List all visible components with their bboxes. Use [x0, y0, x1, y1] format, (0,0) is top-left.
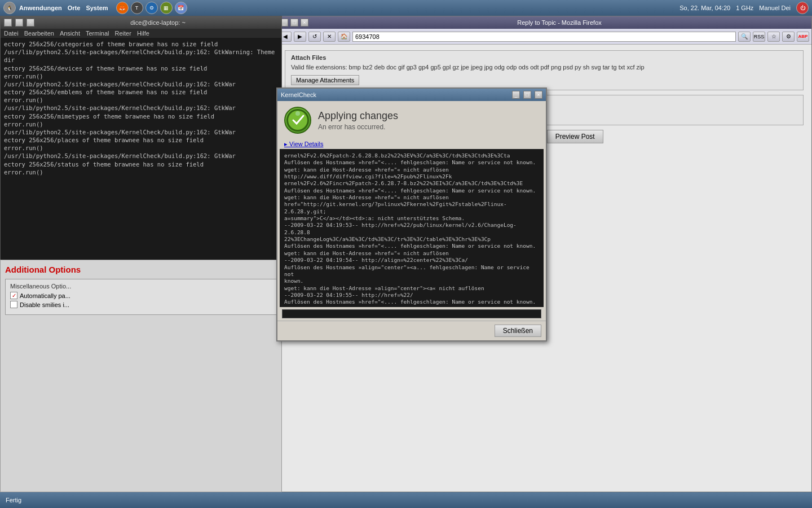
terminal-body[interactable]: ectory 256x256/categories of theme brawn… [1, 38, 281, 275]
checkbox-auto-parse-label: Automatically pa... [20, 292, 70, 299]
taskbar-right: So, 22. Mar, 04:20 1 GHz Manuel Dei ⏻ [679, 2, 809, 14]
menu-bearbeiten[interactable]: Bearbeiten [24, 30, 54, 37]
rss-icon[interactable]: RSS [753, 32, 765, 42]
menu-reiter[interactable]: Reiter [115, 30, 131, 37]
app-icon-4[interactable]: ▦ [160, 2, 173, 14]
dialog-title: KernelCheck [281, 91, 509, 98]
browser-navbar: ◀ ▶ ↺ ✕ 🏠 🔍 RSS ☆ ⚙ ABP [277, 29, 811, 45]
manage-attachments-button[interactable]: Manage Attachments [291, 75, 359, 85]
dialog-input[interactable] [282, 309, 541, 318]
kernelcheck-dialog: KernelCheck _ □ × Applying changes An er… [276, 87, 547, 341]
attach-files-section: Attach Files Valid file extensions: bmp … [285, 50, 804, 90]
stop-button[interactable]: ✕ [323, 32, 336, 42]
menu-orte[interactable]: Orte [68, 5, 81, 11]
app-quick-launch: 🦊 T ⚙ ▦ 📅 [116, 2, 187, 14]
checkbox-disable-smilies-label: Disable smilies i... [20, 301, 69, 308]
datetime: So, 22. Mar, 04:20 [679, 5, 730, 11]
svg-point-2 [295, 111, 300, 116]
dialog-subtitle: An error has occurred. [318, 123, 398, 131]
power-icon[interactable]: ⏻ [796, 2, 809, 14]
browser-title: Reply to Topic - Mozilla Firefox [311, 19, 808, 26]
checkbox-auto-parse: ✓ Automatically pa... [10, 292, 272, 299]
attach-files-legend: Attach Files [291, 54, 797, 61]
bookmark-icon[interactable]: ☆ [767, 32, 780, 42]
terminal-minimize[interactable]: _ [4, 19, 12, 27]
menu-ansicht[interactable]: Ansicht [60, 30, 80, 37]
menu-system[interactable]: System [86, 5, 108, 11]
user-name: Manuel Dei [759, 5, 791, 11]
browser-close[interactable]: × [301, 19, 308, 27]
attach-extensions-text: Valid file extensions: bmp bz2 deb doc g… [291, 63, 797, 72]
additional-options-panel: Additional Options Miscellaneous Optio..… [0, 260, 282, 492]
terminal-titlebar: _ □ × dice@dice-laptop: ~ [1, 16, 281, 29]
menu-terminal[interactable]: Terminal [86, 30, 109, 37]
menu-hilfe[interactable]: Hilfe [137, 30, 149, 37]
checkbox-disable-smilies: Disable smilies i... [10, 301, 272, 308]
terminal-icon[interactable]: T [131, 2, 143, 14]
preview-post-button[interactable]: Preview Post [547, 130, 603, 143]
dialog-footer: Schließen [277, 321, 546, 340]
search-icon[interactable]: 🔍 [738, 32, 751, 42]
address-bar[interactable] [352, 32, 736, 42]
checkbox-auto-parse-box[interactable]: ✓ [10, 292, 17, 299]
checkbox-disable-smilies-box[interactable] [10, 301, 17, 308]
calendar-icon[interactable]: 📅 [175, 2, 187, 14]
close-dialog-button[interactable]: Schließen [495, 325, 541, 337]
home-button[interactable]: 🏠 [338, 32, 350, 42]
view-details-link[interactable]: ▸ View Details [277, 139, 546, 149]
terminal-window: _ □ × dice@dice-laptop: ~ Datei Bearbeit… [0, 16, 282, 275]
terminal-maximize[interactable]: □ [15, 19, 23, 27]
dialog-maximize[interactable]: □ [523, 91, 531, 99]
menu-anwendungen[interactable]: Anwendungen [19, 5, 62, 11]
dialog-close[interactable]: × [535, 91, 542, 99]
misc-legend: Miscellaneous Optio... [10, 283, 71, 290]
terminal-close[interactable]: × [27, 19, 34, 27]
cpu-info: 1 GHz [736, 5, 753, 11]
additional-options-title: Additional Options [5, 265, 277, 274]
ubuntu-icon[interactable]: 🐧 [3, 2, 16, 14]
dialog-terminal: ernel%2Fv2.6%2Fpatch-2.6.28.8.bz2%22%3EV… [280, 149, 544, 307]
misc-options-box: Miscellaneous Optio... ✓ Automatically p… [5, 279, 277, 315]
adblock-icon[interactable]: ABP [797, 32, 809, 42]
dialog-input-row [277, 307, 546, 321]
taskbar-top: 🐧 Anwendungen Orte System 🦊 T ⚙ ▦ 📅 So, … [0, 0, 812, 16]
app-icon-3[interactable]: ⚙ [145, 2, 158, 14]
kernelcheck-icon [284, 107, 311, 134]
dialog-header-text: Applying changes An error has occurred. [318, 110, 398, 131]
terminal-menubar: Datei Bearbeiten Ansicht Terminal Reiter… [1, 29, 281, 38]
browser-titlebar: _ □ × Reply to Topic - Mozilla Firefox [277, 16, 811, 29]
app-menu: Anwendungen Orte System [19, 5, 108, 11]
firefox-icon[interactable]: 🦊 [116, 2, 129, 14]
dialog-header: Applying changes An error has occurred. [277, 101, 546, 139]
forward-button[interactable]: ▶ [294, 32, 306, 42]
status-fertig: Fertig [6, 497, 21, 503]
dialog-heading: Applying changes [318, 110, 398, 122]
taskbar-bottom: Fertig [0, 492, 812, 508]
menu-datei[interactable]: Datei [4, 30, 19, 37]
addon-icon[interactable]: ⚙ [782, 32, 795, 42]
reload-button[interactable]: ↺ [308, 32, 321, 42]
dialog-titlebar: KernelCheck _ □ × [277, 89, 546, 101]
terminal-title: dice@dice-laptop: ~ [38, 19, 278, 26]
browser-maximize[interactable]: □ [290, 19, 298, 27]
dialog-minimize[interactable]: _ [512, 91, 520, 99]
